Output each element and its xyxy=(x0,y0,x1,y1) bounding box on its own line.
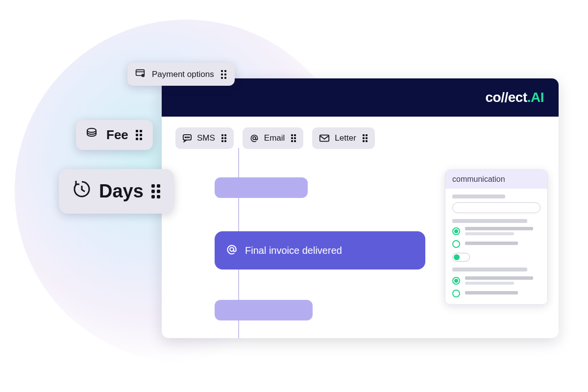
radio-unselected-icon[interactable] xyxy=(452,240,460,248)
coins-icon xyxy=(86,127,99,143)
input-placeholder[interactable] xyxy=(452,202,540,213)
drag-handle-icon[interactable] xyxy=(362,134,368,143)
sms-label: SMS xyxy=(197,133,215,143)
svg-point-3 xyxy=(143,75,144,76)
brand-logo: co//ect.AI xyxy=(486,90,544,105)
card-icon xyxy=(135,69,145,80)
payment-options-card[interactable]: Payment options xyxy=(127,63,235,86)
panel-title: communication xyxy=(445,170,547,189)
placeholder-bar xyxy=(452,195,505,198)
at-icon xyxy=(249,133,259,143)
sms-channel-pill[interactable]: SMS xyxy=(175,127,234,149)
option-row[interactable] xyxy=(452,276,540,285)
radio-selected-icon[interactable] xyxy=(452,227,460,235)
radio-unselected-icon[interactable] xyxy=(452,290,460,297)
option-label-placeholder xyxy=(465,291,540,296)
option-row[interactable] xyxy=(452,227,540,235)
drag-handle-icon[interactable] xyxy=(291,134,296,143)
fee-label: Fee xyxy=(106,127,128,143)
channel-row: SMS Email xyxy=(175,127,545,149)
letter-label: Letter xyxy=(335,133,356,143)
svg-point-6 xyxy=(185,137,186,138)
option-label-placeholder xyxy=(465,227,540,235)
option-label-placeholder xyxy=(465,276,540,285)
radio-selected-icon[interactable] xyxy=(452,277,460,285)
timeline-event-main[interactable]: Final invoice delivered xyxy=(215,231,425,270)
timeline-event[interactable] xyxy=(215,300,313,320)
toggle-switch[interactable] xyxy=(452,253,470,262)
placeholder-bar xyxy=(452,219,527,223)
envelope-icon xyxy=(319,134,330,143)
svg-point-9 xyxy=(253,137,256,140)
event-label: Final invoice delivered xyxy=(245,245,342,256)
fee-card[interactable]: Fee xyxy=(76,120,153,150)
letter-channel-pill[interactable]: Letter xyxy=(312,127,374,149)
drag-handle-icon[interactable] xyxy=(150,183,161,200)
app-body: SMS Email xyxy=(162,117,559,338)
app-window: co//ect.AI SMS xyxy=(162,78,559,338)
svg-point-7 xyxy=(187,137,188,138)
drag-handle-icon[interactable] xyxy=(221,70,227,79)
days-label: Days xyxy=(99,181,144,202)
option-label-placeholder xyxy=(465,242,540,247)
brand-name-part2: .AI xyxy=(527,90,544,105)
timeline-event[interactable] xyxy=(215,177,308,198)
email-label: Email xyxy=(264,133,285,143)
drag-handle-icon[interactable] xyxy=(221,134,227,143)
svg-rect-10 xyxy=(320,135,329,142)
svg-point-4 xyxy=(87,128,96,132)
days-card[interactable]: Days xyxy=(59,169,174,214)
sms-icon xyxy=(182,134,192,143)
email-channel-pill[interactable]: Email xyxy=(243,127,304,149)
option-row[interactable] xyxy=(452,240,540,248)
clock-history-icon xyxy=(72,179,92,204)
option-row[interactable] xyxy=(452,290,540,297)
svg-point-8 xyxy=(189,137,190,138)
svg-point-11 xyxy=(230,247,234,251)
placeholder-bar xyxy=(452,268,527,271)
payment-options-label: Payment options xyxy=(152,70,214,79)
at-icon xyxy=(225,243,238,258)
brand-name-part1: co//ect xyxy=(486,90,527,105)
communication-panel: communication xyxy=(445,170,548,305)
drag-handle-icon[interactable] xyxy=(135,129,143,141)
